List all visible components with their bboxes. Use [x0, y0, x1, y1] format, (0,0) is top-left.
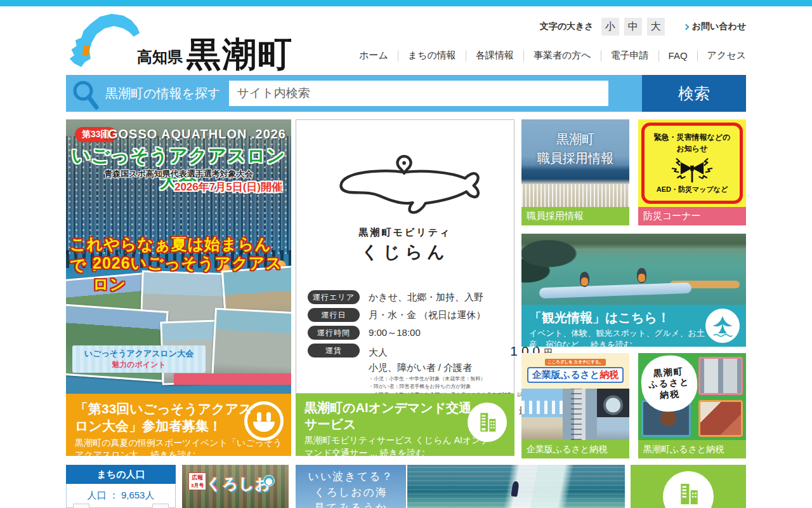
main-navigation: ホーム まちの情報 各課情報 事業者の方へ 電子申請 FAQ アクセス [359, 50, 746, 62]
furusato-collage: 黒潮町 ふるさと 納税 [638, 353, 746, 440]
row-label-pill: 運行エリア [308, 290, 360, 304]
wave-text-line2: くろしおの海 [296, 485, 406, 501]
disaster-prevention-card[interactable]: 緊急・災害情報などの お知らせ AED・防災マップなど 防災コーナー [638, 119, 746, 225]
emergency-speaker-icon [665, 155, 719, 184]
disaster-prevention-card-label: 防災コーナー [638, 207, 746, 225]
nav-separator [523, 50, 524, 62]
building-icon [468, 403, 507, 442]
row-label-pill: 運行日 [308, 308, 360, 322]
population-value: 人口 ： 9,653人 [88, 490, 155, 500]
mobility-banner-title: 黒潮町のAIオンデマンド交通サービス [304, 399, 477, 432]
aquathlon-banner-text: 黒潮町の真夏の恒例スポーツイベント「いごっそうアクアスロン大 ... 続きを読む [75, 437, 284, 456]
font-size-medium-button[interactable]: 中 [624, 18, 642, 36]
public-relations-magazine-card[interactable]: 広報 3月号 くろしお [182, 465, 289, 508]
mobility-banner[interactable]: 黒潮町のAIオンデマンド交通サービス 黒潮町モビリティサービス くじらん AIオ… [296, 394, 514, 456]
population-sub-box [152, 504, 169, 508]
tourism-banner: 「観光情報」はこちら！ イベント、体験、観光スポット、グルメ、お土産、宿泊など … [521, 305, 746, 347]
mobility-logo-line2: くじらん [296, 241, 514, 264]
chevron-right-icon [683, 23, 689, 30]
population-value-row: 人口 ： 9,653人 [66, 484, 176, 508]
contact-link[interactable]: お問い合わせ [684, 21, 746, 32]
beach-tshirts-photo [521, 389, 563, 440]
furusato-card-label: 黒潮町ふるさと納税 [638, 440, 746, 458]
corporate-furusato-tagline: こころざしを カタチにする。 [545, 359, 606, 366]
row-label-pill: 運行時間 [308, 326, 360, 340]
aquathlon-banner-title: 「第33回いごっそうアクアスロン大会」参加者募集！ [75, 400, 254, 435]
nav-item-faq[interactable]: FAQ [669, 50, 688, 61]
nav-separator [601, 50, 601, 62]
recruitment-card-label: 職員採用情報 [521, 207, 629, 225]
site-search-bar: 黒潮町の情報を探す 検索 [66, 75, 746, 112]
prefecture-name: 高知県 [137, 47, 183, 67]
corporate-furusato-photos [521, 389, 629, 440]
search-icon [71, 79, 100, 111]
nav-item-access[interactable]: アクセス [707, 50, 746, 62]
event-title-english: IGOSSO AQUATHLON .2026 [103, 127, 286, 142]
magazine-logo-badge-icon [263, 475, 275, 486]
font-size-controls: 文字の大きさ 小 中 大 お問い合わせ [540, 18, 746, 36]
corporate-furusato-tax-card[interactable]: こころざしを カタチにする。 企業版ふるさと納税 企業版ふるさと納税 [521, 353, 629, 458]
table-row: 運行日 月・水・金 （祝日は運休） [308, 308, 504, 322]
sea-webcam-card[interactable]: いい波きてる？ くろしおの海 見てみるうか [296, 465, 406, 508]
building-icon [663, 471, 714, 508]
nav-item-e-application[interactable]: 電子申請 [611, 50, 649, 62]
round-window-photo [597, 389, 629, 440]
search-label: 黒潮町の情報を探す [105, 85, 220, 102]
site-logo[interactable]: 高知県 黒潮町 [67, 11, 293, 71]
table-row: 運行エリア かきせ、北郷・加持、入野 [308, 290, 504, 304]
nav-separator [697, 50, 698, 62]
row-label-pill: 運賃 [308, 344, 360, 358]
font-size-label: 文字の大きさ [540, 21, 594, 32]
recruitment-image: 黒潮町 職員採用情報 [521, 119, 629, 207]
event-date: 2026年7月5日(日)開催 [174, 180, 282, 194]
contact-link-label: お問い合わせ [692, 21, 746, 32]
recruitment-image-text: 黒潮町 職員採用情報 [521, 130, 629, 168]
tourism-card[interactable]: 「観光情報」はこちら！ イベント、体験、観光スポット、グルメ、お土産、宿泊など … [521, 234, 746, 347]
tourism-banner-text: イベント、体験、観光スポット、グルメ、お土産、宿泊など ... 続きを読む [529, 328, 708, 350]
search-button[interactable]: 検索 [642, 75, 746, 112]
beach-flags-texture [521, 184, 629, 207]
mobility-banner-text: 黒潮町モビリティサービス くじらん AIオンデマンド交通サー ... 続きを読む [304, 434, 495, 456]
town-name: 黒潮町 [187, 37, 293, 71]
alert-frame: 緊急・災害情報などの お知らせ AED・防災マップなど [641, 123, 743, 204]
poster-caption-line2: 魅力のポイント [72, 359, 206, 370]
mobility-flyer: 黒潮町モビリティ くじらん 運行エリア かきせ、北郷・加持、入野 運行日 月・水… [296, 119, 514, 394]
nav-separator [466, 50, 466, 62]
table-row: 運行時間 9:00～18:00 [308, 326, 504, 340]
nav-item-business[interactable]: 事業者の方へ [534, 50, 591, 62]
bonito-tataki-photo [698, 400, 743, 437]
nav-item-town-info[interactable]: まちの情報 [408, 50, 456, 62]
canned-goods-photo [698, 357, 743, 395]
smiley-icon [244, 401, 284, 441]
surfing-photo-card[interactable] [407, 465, 625, 508]
wave-text-line3: 見てみるうか [296, 500, 406, 508]
poster-pink-strip [174, 373, 291, 385]
furusato-tax-card[interactable]: 黒潮町 ふるさと 納税 黒潮町ふるさと納税 [638, 353, 746, 458]
aquathlon-poster-image: 第33回 IGOSSO AQUATHLON .2026 いごっそうアクアスロン大… [66, 119, 291, 394]
kayak-photo [521, 234, 746, 305]
search-input[interactable] [229, 81, 608, 106]
poster-caption-box: いごっそうアクアスロン大会 魅力のポイント [72, 345, 206, 373]
font-size-small-button[interactable]: 小 [601, 18, 619, 36]
whale-line-art-icon [326, 142, 485, 221]
nav-separator [398, 50, 398, 62]
green-building-card[interactable] [631, 465, 746, 508]
poster-caption-line1: いごっそうアクアスロン大会 [72, 348, 206, 359]
corporate-furusato-logo: 企業版ふるさと納税 [527, 367, 624, 383]
nav-item-home[interactable]: ホーム [359, 50, 388, 62]
disaster-prevention-image: 緊急・災害情報などの お知らせ AED・防災マップなど [638, 119, 746, 207]
surfer-silhouette [511, 481, 519, 497]
wave-text-line1: いい波きてる？ [296, 469, 406, 485]
aquathlon-banner[interactable]: 「第33回いごっそうアクアスロン大会」参加者募集！ 黒潮町の真夏の恒例スポーツイ… [66, 394, 291, 456]
poster-photo [211, 308, 291, 382]
kuroshio-magazine-logo: くろしお [206, 474, 271, 494]
mobility-service-card[interactable]: 黒潮町モビリティ くじらん 運行エリア かきせ、北郷・加持、入野 運行日 月・水… [296, 119, 514, 456]
aquathlon-event-card[interactable]: 第33回 IGOSSO AQUATHLON .2026 いごっそうアクアスロン大… [66, 119, 291, 456]
font-size-large-button[interactable]: 大 [647, 18, 665, 36]
recruitment-card[interactable]: 黒潮町 職員採用情報 職員採用情報 [521, 119, 629, 225]
magazine-issue-badge: 広報 3月号 [188, 472, 206, 490]
fare-row: 運賃 大人 100 円 小児、障がい者 / 介護者 50 円 [308, 344, 504, 399]
life-vest-shape [581, 277, 588, 286]
top-accent-bar [0, 0, 812, 6]
nav-item-departments[interactable]: 各課情報 [476, 50, 514, 62]
